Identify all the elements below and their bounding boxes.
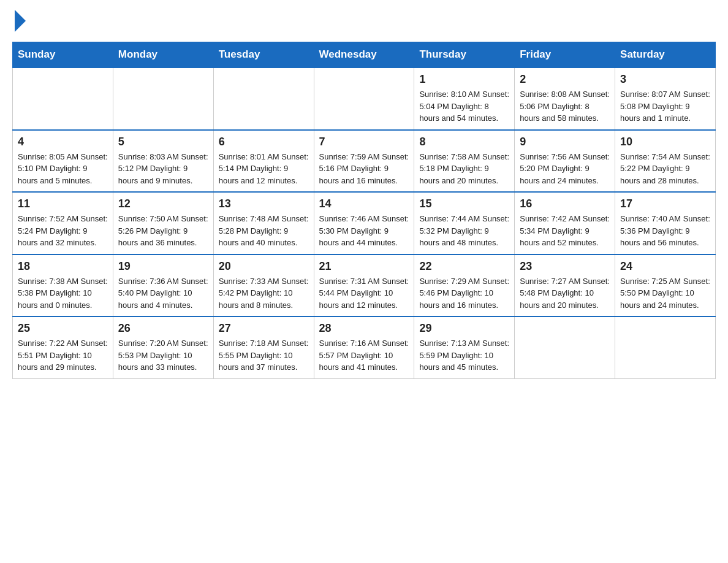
logo-triangle-icon: [15, 10, 26, 32]
day-number: 9: [520, 136, 610, 148]
calendar-cell: 20Sunrise: 7:33 AM Sunset: 5:42 PM Dayli…: [213, 255, 314, 317]
calendar-day-header: Saturday: [615, 42, 716, 68]
calendar-day-header: Wednesday: [314, 42, 414, 68]
day-number: 4: [18, 136, 108, 148]
day-info: Sunrise: 7:44 AM Sunset: 5:32 PM Dayligh…: [419, 213, 509, 249]
calendar-day-header: Friday: [515, 42, 615, 68]
calendar-cell: 21Sunrise: 7:31 AM Sunset: 5:44 PM Dayli…: [314, 255, 414, 317]
day-info: Sunrise: 7:54 AM Sunset: 5:22 PM Dayligh…: [620, 151, 710, 187]
day-number: 17: [620, 197, 710, 210]
day-number: 18: [18, 260, 108, 273]
day-number: 3: [620, 73, 710, 86]
day-number: 25: [18, 322, 108, 335]
calendar-cell: 23Sunrise: 7:27 AM Sunset: 5:48 PM Dayli…: [515, 255, 615, 317]
page-header: [12, 12, 716, 29]
day-info: Sunrise: 7:52 AM Sunset: 5:24 PM Dayligh…: [18, 213, 108, 249]
day-number: 19: [118, 260, 208, 273]
day-info: Sunrise: 8:03 AM Sunset: 5:12 PM Dayligh…: [118, 151, 208, 187]
day-info: Sunrise: 7:16 AM Sunset: 5:57 PM Dayligh…: [319, 337, 409, 373]
calendar-cell: 25Sunrise: 7:22 AM Sunset: 5:51 PM Dayli…: [13, 316, 113, 378]
day-info: Sunrise: 7:48 AM Sunset: 5:28 PM Dayligh…: [219, 213, 309, 249]
calendar-cell: 16Sunrise: 7:42 AM Sunset: 5:34 PM Dayli…: [515, 192, 615, 255]
day-number: 14: [319, 197, 409, 210]
calendar-cell: 9Sunrise: 7:56 AM Sunset: 5:20 PM Daylig…: [515, 130, 615, 193]
day-number: 13: [219, 197, 309, 210]
calendar-table: SundayMondayTuesdayWednesdayThursdayFrid…: [12, 42, 716, 379]
calendar-cell: 2Sunrise: 8:08 AM Sunset: 5:06 PM Daylig…: [515, 67, 615, 130]
day-info: Sunrise: 7:42 AM Sunset: 5:34 PM Dayligh…: [520, 213, 610, 249]
day-info: Sunrise: 7:40 AM Sunset: 5:36 PM Dayligh…: [620, 213, 710, 249]
calendar-cell: 8Sunrise: 7:58 AM Sunset: 5:18 PM Daylig…: [414, 130, 515, 193]
day-info: Sunrise: 8:08 AM Sunset: 5:06 PM Dayligh…: [520, 88, 610, 124]
calendar-cell: 15Sunrise: 7:44 AM Sunset: 5:32 PM Dayli…: [414, 192, 515, 255]
week-row: 1Sunrise: 8:10 AM Sunset: 5:04 PM Daylig…: [13, 67, 716, 130]
day-number: 2: [520, 73, 610, 86]
day-number: 15: [419, 197, 509, 210]
calendar-day-header: Tuesday: [213, 42, 314, 68]
calendar-cell: [13, 67, 113, 130]
day-number: 26: [118, 322, 208, 335]
calendar-cell: 3Sunrise: 8:07 AM Sunset: 5:08 PM Daylig…: [615, 67, 716, 130]
week-row: 4Sunrise: 8:05 AM Sunset: 5:10 PM Daylig…: [13, 130, 716, 193]
calendar-cell: [615, 316, 716, 378]
calendar-cell: 26Sunrise: 7:20 AM Sunset: 5:53 PM Dayli…: [113, 316, 213, 378]
calendar-cell: [113, 67, 213, 130]
calendar-cell: [515, 316, 615, 378]
day-info: Sunrise: 7:59 AM Sunset: 5:16 PM Dayligh…: [319, 151, 409, 187]
day-info: Sunrise: 7:13 AM Sunset: 5:59 PM Dayligh…: [419, 337, 509, 373]
calendar-header-row: SundayMondayTuesdayWednesdayThursdayFrid…: [13, 42, 716, 68]
day-info: Sunrise: 8:07 AM Sunset: 5:08 PM Dayligh…: [620, 88, 710, 124]
day-info: Sunrise: 7:31 AM Sunset: 5:44 PM Dayligh…: [319, 275, 409, 312]
day-info: Sunrise: 7:27 AM Sunset: 5:48 PM Dayligh…: [520, 275, 610, 312]
day-info: Sunrise: 7:46 AM Sunset: 5:30 PM Dayligh…: [319, 213, 409, 249]
calendar-cell: 7Sunrise: 7:59 AM Sunset: 5:16 PM Daylig…: [314, 130, 414, 193]
day-number: 21: [319, 260, 409, 273]
week-row: 11Sunrise: 7:52 AM Sunset: 5:24 PM Dayli…: [13, 192, 716, 255]
calendar-cell: [314, 67, 414, 130]
calendar-cell: 1Sunrise: 8:10 AM Sunset: 5:04 PM Daylig…: [414, 67, 515, 130]
day-info: Sunrise: 7:20 AM Sunset: 5:53 PM Dayligh…: [118, 337, 208, 373]
day-info: Sunrise: 7:33 AM Sunset: 5:42 PM Dayligh…: [219, 275, 309, 312]
calendar-day-header: Monday: [113, 42, 213, 68]
day-number: 28: [319, 322, 409, 335]
day-number: 8: [419, 136, 509, 148]
calendar-cell: 22Sunrise: 7:29 AM Sunset: 5:46 PM Dayli…: [414, 255, 515, 317]
day-info: Sunrise: 8:01 AM Sunset: 5:14 PM Dayligh…: [219, 151, 309, 187]
day-number: 27: [219, 322, 309, 335]
logo: [12, 12, 26, 29]
day-number: 20: [219, 260, 309, 273]
calendar-cell: 5Sunrise: 8:03 AM Sunset: 5:12 PM Daylig…: [113, 130, 213, 193]
calendar-day-header: Sunday: [13, 42, 113, 68]
calendar-cell: [213, 67, 314, 130]
calendar-cell: 6Sunrise: 8:01 AM Sunset: 5:14 PM Daylig…: [213, 130, 314, 193]
day-info: Sunrise: 7:36 AM Sunset: 5:40 PM Dayligh…: [118, 275, 208, 312]
calendar-cell: 29Sunrise: 7:13 AM Sunset: 5:59 PM Dayli…: [414, 316, 515, 378]
calendar-cell: 11Sunrise: 7:52 AM Sunset: 5:24 PM Dayli…: [13, 192, 113, 255]
calendar-cell: 27Sunrise: 7:18 AM Sunset: 5:55 PM Dayli…: [213, 316, 314, 378]
calendar-day-header: Thursday: [414, 42, 515, 68]
day-info: Sunrise: 7:38 AM Sunset: 5:38 PM Dayligh…: [18, 275, 108, 312]
day-number: 24: [620, 260, 710, 273]
day-info: Sunrise: 7:18 AM Sunset: 5:55 PM Dayligh…: [219, 337, 309, 373]
day-number: 10: [620, 136, 710, 148]
day-info: Sunrise: 7:56 AM Sunset: 5:20 PM Dayligh…: [520, 151, 610, 187]
calendar-cell: 17Sunrise: 7:40 AM Sunset: 5:36 PM Dayli…: [615, 192, 716, 255]
day-info: Sunrise: 7:25 AM Sunset: 5:50 PM Dayligh…: [620, 275, 710, 312]
day-info: Sunrise: 7:50 AM Sunset: 5:26 PM Dayligh…: [118, 213, 208, 249]
calendar-cell: 10Sunrise: 7:54 AM Sunset: 5:22 PM Dayli…: [615, 130, 716, 193]
week-row: 18Sunrise: 7:38 AM Sunset: 5:38 PM Dayli…: [13, 255, 716, 317]
day-number: 1: [419, 73, 509, 86]
day-info: Sunrise: 8:05 AM Sunset: 5:10 PM Dayligh…: [18, 151, 108, 187]
day-info: Sunrise: 8:10 AM Sunset: 5:04 PM Dayligh…: [419, 88, 509, 124]
day-number: 11: [18, 197, 108, 210]
day-number: 6: [219, 136, 309, 148]
day-number: 23: [520, 260, 610, 273]
day-number: 29: [419, 322, 509, 335]
calendar-cell: 12Sunrise: 7:50 AM Sunset: 5:26 PM Dayli…: [113, 192, 213, 255]
week-row: 25Sunrise: 7:22 AM Sunset: 5:51 PM Dayli…: [13, 316, 716, 378]
calendar-cell: 18Sunrise: 7:38 AM Sunset: 5:38 PM Dayli…: [13, 255, 113, 317]
day-number: 16: [520, 197, 610, 210]
day-info: Sunrise: 7:22 AM Sunset: 5:51 PM Dayligh…: [18, 337, 108, 373]
day-number: 5: [118, 136, 208, 148]
calendar-cell: 19Sunrise: 7:36 AM Sunset: 5:40 PM Dayli…: [113, 255, 213, 317]
